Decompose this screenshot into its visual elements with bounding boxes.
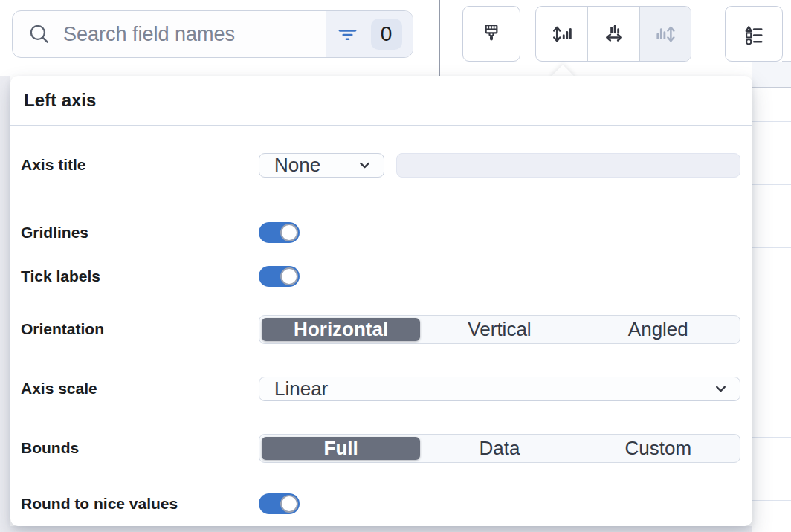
filter-icon[interactable] xyxy=(338,25,358,45)
field-filter-group[interactable]: 0 xyxy=(326,11,413,57)
orientation-option-vertical[interactable]: Vertical xyxy=(420,318,578,341)
popover-title: Left axis xyxy=(24,90,96,111)
tick-labels-row: Tick labels xyxy=(21,266,740,287)
filter-count-badge: 0 xyxy=(371,19,402,50)
field-row-divider xyxy=(752,247,791,248)
orientation-button-group: Horizontal Vertical Angled xyxy=(259,315,740,344)
axis-title-row: Axis title None xyxy=(21,145,740,185)
left-axis-icon xyxy=(549,22,575,47)
tick-labels-toggle[interactable] xyxy=(259,266,300,287)
popover-header: Left axis xyxy=(10,76,752,126)
orientation-option-horizontal[interactable]: Horizontal xyxy=(262,318,420,341)
round-nice-toggle[interactable] xyxy=(259,493,300,514)
bounds-option-full[interactable]: Full xyxy=(262,437,420,460)
bottom-axis-button[interactable] xyxy=(587,7,639,61)
axes-button-group xyxy=(535,6,691,62)
search-icon xyxy=(28,22,51,46)
axis-scale-row: Axis scale Linear xyxy=(21,369,740,409)
right-axis-button xyxy=(639,7,691,61)
axis-title-mode-value: None xyxy=(274,154,320,177)
bounds-option-data[interactable]: Data xyxy=(420,437,578,460)
field-list-behind xyxy=(752,62,791,532)
gridlines-row: Gridlines xyxy=(21,222,740,243)
tick-labels-label: Tick labels xyxy=(21,267,259,285)
round-nice-row: Round to nice values xyxy=(21,493,740,514)
chevron-down-icon xyxy=(714,382,728,396)
axis-scale-value: Linear xyxy=(274,377,328,400)
panel-resizer-divider[interactable] xyxy=(439,0,440,76)
axis-title-label: Axis title xyxy=(21,156,259,174)
bounds-button-group: Full Data Custom xyxy=(259,434,740,463)
page-background-bottom xyxy=(0,526,752,532)
field-row-divider xyxy=(752,374,791,374)
legend-icon xyxy=(741,22,766,47)
axis-title-mode-select[interactable]: None xyxy=(259,153,384,178)
toggle-knob xyxy=(280,267,298,285)
field-row-divider xyxy=(752,311,791,311)
toggle-knob xyxy=(280,224,298,241)
orientation-option-angled[interactable]: Angled xyxy=(579,318,737,341)
field-row-divider xyxy=(752,184,791,185)
field-row-divider xyxy=(752,500,791,501)
search-input[interactable] xyxy=(63,23,326,46)
field-search-bar[interactable]: 0 xyxy=(12,10,413,58)
right-axis-icon xyxy=(653,22,678,47)
chevron-down-icon xyxy=(358,158,372,172)
field-list-header-edge xyxy=(752,62,791,88)
round-nice-label: Round to nice values xyxy=(21,495,259,513)
gridlines-label: Gridlines xyxy=(21,224,259,241)
bottom-axis-icon xyxy=(601,22,627,47)
axis-scale-label: Axis scale xyxy=(21,380,259,398)
page-background-left xyxy=(0,76,10,532)
field-row-divider xyxy=(752,121,791,122)
axis-title-text-input xyxy=(396,153,740,178)
orientation-label: Orientation xyxy=(21,320,259,338)
gridlines-toggle[interactable] xyxy=(259,222,300,243)
bounds-row: Bounds Full Data Custom xyxy=(21,428,740,468)
orientation-row: Orientation Horizontal Vertical Angled xyxy=(21,309,740,349)
visual-options-button[interactable] xyxy=(462,6,520,62)
axis-scale-select[interactable]: Linear xyxy=(259,377,740,401)
left-axis-button[interactable] xyxy=(536,7,587,61)
bounds-label: Bounds xyxy=(21,439,259,457)
left-axis-popover: Left axis Axis title None Gridlines xyxy=(10,76,752,526)
bounds-option-custom[interactable]: Custom xyxy=(579,437,737,460)
legend-options-button[interactable] xyxy=(725,6,783,62)
field-row-divider xyxy=(752,437,791,438)
paint-brush-icon xyxy=(479,22,504,47)
toggle-knob xyxy=(280,495,298,513)
